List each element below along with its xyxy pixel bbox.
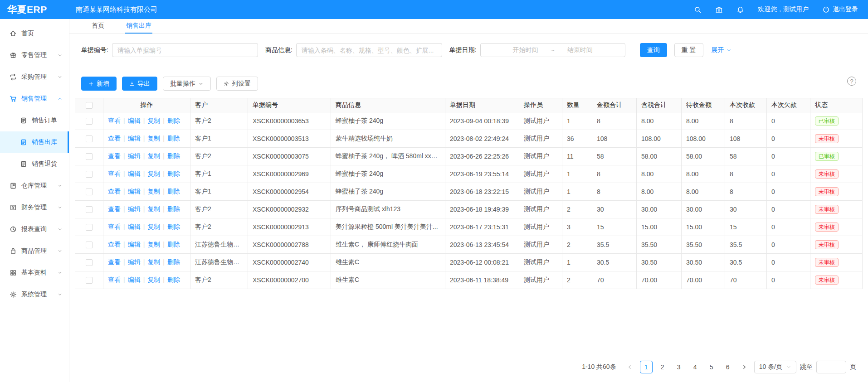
view-link[interactable]: 查看 xyxy=(108,241,121,248)
sidebar-item-finance[interactable]: 财务管理 xyxy=(0,197,69,218)
sidebar-item-sale-out[interactable]: 销售出库 xyxy=(0,131,69,153)
material-input[interactable] xyxy=(296,43,442,57)
row-checkbox[interactable] xyxy=(86,118,93,125)
copy-link[interactable]: 复制 xyxy=(147,276,160,283)
sidebar-item-home[interactable]: 首页 xyxy=(0,23,69,44)
add-button[interactable]: 新增 xyxy=(81,77,117,91)
delete-link[interactable]: 删除 xyxy=(167,170,180,177)
copy-link[interactable]: 复制 xyxy=(147,117,160,124)
page-number-2[interactable]: 2 xyxy=(656,361,669,373)
search-button[interactable]: 查询 xyxy=(640,43,667,57)
page-number-3[interactable]: 3 xyxy=(673,361,685,373)
copy-link[interactable]: 复制 xyxy=(147,188,160,195)
row-checkbox[interactable] xyxy=(86,206,93,213)
edit-link[interactable]: 编辑 xyxy=(128,135,141,142)
view-link[interactable]: 查看 xyxy=(108,223,121,230)
status-badge: 未审核 xyxy=(815,205,839,214)
prev-page-button[interactable] xyxy=(624,361,636,373)
view-link[interactable]: 查看 xyxy=(108,276,121,283)
delete-link[interactable]: 删除 xyxy=(167,276,180,283)
cell-bill-no: XSCK00000002932 xyxy=(248,201,331,218)
table-row: 查看|编辑|复制|删除江苏德鲁生物科...XSCK00000002788维生素C… xyxy=(75,236,863,254)
edit-link[interactable]: 编辑 xyxy=(128,276,141,283)
sidebar-item-sale-order[interactable]: 销售订单 xyxy=(0,110,69,131)
edit-link[interactable]: 编辑 xyxy=(128,188,141,195)
help-icon[interactable]: ? xyxy=(847,77,856,86)
row-checkbox[interactable] xyxy=(86,259,93,266)
date-range-picker[interactable]: 开始时间 ~ 结束时间 xyxy=(480,43,625,57)
view-link[interactable]: 查看 xyxy=(108,135,121,142)
copy-link[interactable]: 复制 xyxy=(147,223,160,230)
page-number-4[interactable]: 4 xyxy=(689,361,702,373)
select-all-checkbox[interactable] xyxy=(86,102,93,109)
delete-link[interactable]: 删除 xyxy=(167,241,180,248)
row-checkbox[interactable] xyxy=(86,153,93,160)
page-number-1[interactable]: 1 xyxy=(640,361,653,373)
search-icon[interactable] xyxy=(694,6,702,14)
edit-link[interactable]: 编辑 xyxy=(128,258,141,266)
sidebar-item-purchase[interactable]: 采购管理 xyxy=(0,66,69,88)
view-link[interactable]: 查看 xyxy=(108,117,121,124)
row-checkbox[interactable] xyxy=(86,224,93,231)
page-number-6[interactable]: 6 xyxy=(722,361,734,373)
cell-total: 8 xyxy=(592,165,637,183)
cell-bill-no: XSCK00000002913 xyxy=(248,218,331,236)
column-settings-button[interactable]: 列设置 xyxy=(216,77,258,91)
export-button[interactable]: 导出 xyxy=(122,77,157,91)
bell-icon[interactable] xyxy=(736,6,744,14)
view-link[interactable]: 查看 xyxy=(108,258,121,266)
row-checkbox[interactable] xyxy=(86,277,93,284)
copy-link[interactable]: 复制 xyxy=(147,135,160,142)
page-size-select[interactable]: 10 条/页 xyxy=(754,361,796,373)
cell-qty: 3 xyxy=(562,218,592,236)
delete-link[interactable]: 删除 xyxy=(167,117,180,124)
sidebar-item-warehouse[interactable]: 仓库管理 xyxy=(0,175,69,197)
delete-link[interactable]: 删除 xyxy=(167,205,180,213)
sidebar-item-system[interactable]: 系统管理 xyxy=(0,284,69,305)
sidebar-item-report[interactable]: 报表查询 xyxy=(0,218,69,240)
delete-link[interactable]: 删除 xyxy=(167,258,180,266)
delete-link[interactable]: 删除 xyxy=(167,188,180,195)
view-link[interactable]: 查看 xyxy=(108,152,121,160)
edit-link[interactable]: 编辑 xyxy=(128,205,141,213)
edit-link[interactable]: 编辑 xyxy=(128,152,141,160)
cell-operator: 测试用户 xyxy=(519,201,562,218)
sidebar-item-sale[interactable]: 销售管理 xyxy=(0,88,69,110)
bank-icon[interactable] xyxy=(715,6,723,14)
edit-link[interactable]: 编辑 xyxy=(128,170,141,177)
delete-link[interactable]: 删除 xyxy=(167,223,180,230)
tab-home[interactable]: 首页 xyxy=(91,19,105,34)
jump-page-input[interactable] xyxy=(816,361,846,373)
copy-link[interactable]: 复制 xyxy=(147,170,160,177)
row-checkbox[interactable] xyxy=(86,189,93,195)
edit-link[interactable]: 编辑 xyxy=(128,241,141,248)
copy-link[interactable]: 复制 xyxy=(147,205,160,213)
copy-link[interactable]: 复制 xyxy=(147,258,160,266)
sidebar-item-retail[interactable]: 零售管理 xyxy=(0,44,69,66)
sidebar-item-material[interactable]: 商品管理 xyxy=(0,240,69,262)
next-page-button[interactable] xyxy=(738,361,751,373)
copy-link[interactable]: 复制 xyxy=(147,241,160,248)
view-link[interactable]: 查看 xyxy=(108,170,121,177)
sidebar-item-sale-return[interactable]: 销售退货 xyxy=(0,153,69,175)
logout-button[interactable]: 退出登录 xyxy=(822,5,858,14)
page-number-5[interactable]: 5 xyxy=(705,361,718,373)
view-link[interactable]: 查看 xyxy=(108,188,121,195)
tab-sale-out[interactable]: 销售出库 xyxy=(125,19,152,34)
row-checkbox[interactable] xyxy=(86,135,93,142)
batch-actions-button[interactable]: 批量操作 xyxy=(163,77,211,91)
sidebar-item-basic[interactable]: 基本资料 xyxy=(0,262,69,284)
view-link[interactable]: 查看 xyxy=(108,205,121,213)
expand-toggle[interactable]: 展开 xyxy=(712,46,731,54)
bill-no-input[interactable] xyxy=(112,43,258,57)
edit-link[interactable]: 编辑 xyxy=(128,117,141,124)
row-checkbox[interactable] xyxy=(86,242,93,248)
copy-link[interactable]: 复制 xyxy=(147,152,160,160)
sync-icon xyxy=(10,73,17,81)
reset-button[interactable]: 重 置 xyxy=(674,43,703,57)
delete-link[interactable]: 删除 xyxy=(167,135,180,142)
edit-link[interactable]: 编辑 xyxy=(128,223,141,230)
delete-link[interactable]: 删除 xyxy=(167,152,180,160)
row-checkbox[interactable] xyxy=(86,171,93,178)
cell-date: 2023-06-19 23:55:14 xyxy=(445,165,519,183)
